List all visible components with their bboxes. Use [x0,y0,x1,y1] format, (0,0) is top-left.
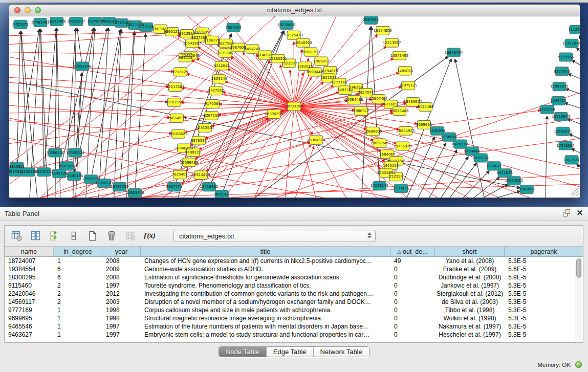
table-row[interactable]: 977716911998Corpus callosum shape and si… [5,306,583,314]
column-header-year[interactable]: year [102,247,141,257]
graph-node[interactable] [171,129,185,138]
graph-node[interactable] [53,169,66,178]
row-options-button[interactable] [68,230,80,242]
graph-node[interactable] [431,126,444,135]
table-row[interactable]: 946554611997Estimation of the future num… [5,322,583,331]
graph-node[interactable] [37,168,51,177]
graph-node[interactable] [540,105,554,114]
graph-node[interactable] [209,86,223,95]
graph-node[interactable] [115,18,128,27]
graph-node[interactable] [185,39,199,48]
float-panel-icon[interactable] [563,209,570,216]
close-window-button[interactable] [14,7,20,13]
graph-node[interactable] [170,114,183,122]
graph-node[interactable] [227,23,240,32]
graph-node[interactable] [113,183,126,191]
graph-node[interactable] [128,189,142,198]
create-table-button[interactable] [86,230,99,242]
graph-node[interactable] [366,127,380,136]
graph-node[interactable] [202,183,215,191]
graph-node[interactable] [194,171,207,180]
graph-node[interactable] [280,20,293,29]
graph-node[interactable] [68,172,81,181]
graph-node[interactable] [219,39,232,48]
graph-node[interactable] [364,16,378,24]
graph-node[interactable] [9,168,23,177]
graph-node[interactable] [167,183,181,191]
graph-node[interactable] [140,23,153,31]
graph-node[interactable] [308,68,321,76]
graph-node[interactable] [296,38,310,47]
graph-node[interactable] [559,141,572,150]
table-row[interactable]: 946362711997Embryonic stem cells: a mode… [5,331,583,339]
graph-node[interactable] [376,26,389,35]
graph-node[interactable] [556,127,570,136]
column-header-title[interactable]: title [141,247,390,257]
graph-node[interactable] [442,133,455,141]
select-attributes-button[interactable] [49,230,61,242]
table-row[interactable]: 911546021997Tourette syndrome. Phenomeno… [5,281,583,290]
delete-table-button[interactable] [124,230,137,242]
table-selector-combo[interactable]: citations_edges.txt [173,230,376,242]
graph-node[interactable] [447,48,460,57]
graph-node[interactable] [205,111,218,120]
graph-node[interactable] [14,20,27,29]
graph-node[interactable] [84,175,98,184]
table-row[interactable]: 1456911722003Disruption of a novel membe… [5,298,583,306]
scrollbar-thumb[interactable] [576,258,581,278]
graph-node[interactable] [396,142,409,150]
column-header-in_degree[interactable]: in_degree [54,247,102,257]
graph-node[interactable] [399,67,412,75]
function-builder-button[interactable]: ƒ(x) [143,230,156,242]
graph-node[interactable] [419,103,432,112]
show-columns-button[interactable] [30,230,42,242]
delete-attributes-button[interactable] [105,230,118,242]
graph-node[interactable] [215,61,228,70]
graph-node[interactable] [205,36,219,45]
column-header-pagerank[interactable]: pagerank [505,247,583,257]
graph-node[interactable] [347,96,361,104]
tab-edge-table[interactable]: Edge Table [267,347,314,357]
graph-node[interactable] [89,17,102,26]
graph-node[interactable] [554,112,568,121]
graph-node[interactable] [246,45,259,53]
table-row[interactable]: 969969511998Structural magnetic resonanc… [5,314,583,322]
graph-node[interactable] [402,81,415,90]
column-header-out_de[interactable]: △out_de... [390,247,435,257]
graph-node[interactable] [406,98,420,106]
graph-node[interactable] [559,53,573,61]
minimize-window-button[interactable] [25,7,31,13]
network-canvas[interactable]: 1872400718300295193845541132541918640910… [9,16,580,198]
table-row[interactable]: 1830029562008Estimation of significance … [5,273,583,281]
graph-node[interactable] [271,54,285,63]
graph-node[interactable] [76,62,89,71]
graph-node[interactable] [21,168,35,177]
table-scrollbar[interactable] [575,257,582,340]
graph-node[interactable] [173,170,186,179]
tab-node-table[interactable]: Node Table [219,347,267,357]
graph-node[interactable] [70,17,83,26]
graph-node[interactable] [212,75,226,83]
graph-node[interactable] [192,136,205,145]
graph-node[interactable] [310,136,323,144]
graph-node[interactable] [565,156,578,164]
graph-node[interactable] [507,177,520,185]
graph-node[interactable] [418,120,431,129]
graph-node[interactable] [154,25,167,33]
graph-node[interactable] [373,182,386,190]
graph-node[interactable] [206,100,219,108]
zoom-window-button[interactable] [35,7,41,13]
network-view-window[interactable]: citations_edges.txt [9,4,580,198]
graph-node[interactable] [69,148,82,157]
graph-node[interactable] [49,148,62,157]
tab-network-table[interactable]: Network Table [314,347,369,357]
graph-node[interactable] [453,140,467,148]
graph-node[interactable] [570,25,580,34]
graph-node[interactable] [288,102,301,111]
table-row[interactable]: 2242004622012Investigating the contribut… [5,290,583,298]
graph-node[interactable] [186,148,200,157]
column-header-short[interactable]: short [435,247,505,257]
graph-node[interactable] [304,48,317,56]
graph-node[interactable] [359,89,373,97]
graph-node[interactable] [179,53,192,62]
